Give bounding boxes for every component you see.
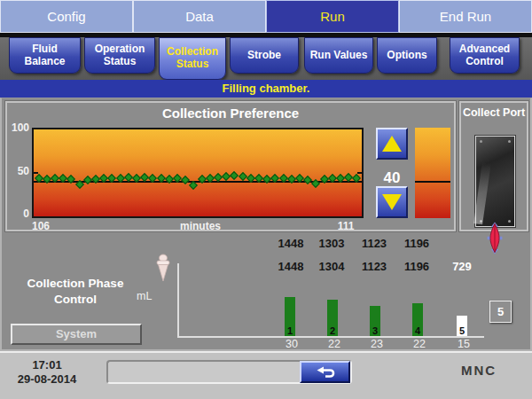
data-point	[230, 171, 239, 180]
status-message: Filling chamber.	[223, 82, 310, 95]
screw-icon	[508, 140, 511, 143]
down-arrow-icon	[382, 194, 402, 210]
bar-stage-2: 2	[327, 300, 338, 336]
subtab-fluid-balance[interactable]: Fluid Balance	[9, 37, 81, 74]
bar-stage-1: 1	[285, 297, 295, 336]
bar-number: 4	[412, 325, 423, 336]
subtab-advanced-control[interactable]: Advanced Control	[450, 37, 520, 74]
y-tick-100: 100	[8, 121, 29, 134]
stat-row1-col2: 1303	[311, 237, 352, 250]
x-end-label: 111	[328, 220, 364, 232]
bar-stage-5: 5	[457, 316, 467, 336]
decrease-preference-button[interactable]	[376, 186, 408, 218]
collect-port-panel: Collect Port	[459, 101, 528, 231]
up-arrow-icon	[382, 136, 402, 152]
screw-icon	[508, 220, 511, 223]
bar-tick-1: 30	[274, 338, 309, 350]
subtab-strobe[interactable]: Strobe	[230, 37, 299, 74]
main-content: Collection Preference 100 50 0 106 minut…	[0, 98, 532, 351]
subtab-operation-status[interactable]: Operation Status	[84, 37, 155, 74]
chamber-marker-icon	[484, 222, 505, 254]
bar-tick-5: 15	[446, 338, 481, 350]
bar-number: 5	[457, 325, 467, 336]
tab-config[interactable]: Config	[0, 0, 133, 33]
tab-end-run[interactable]: End Run	[399, 0, 532, 33]
bar-tick-4: 22	[402, 338, 437, 350]
tab-data[interactable]: Data	[133, 0, 266, 33]
sub-tab-bar: Fluid Balance Operation Status Collectio…	[0, 37, 532, 80]
y-tick-0: 0	[8, 207, 29, 220]
stat-row1-col3: 1123	[354, 237, 395, 250]
level-indicator-line	[415, 181, 450, 183]
preference-plot	[34, 129, 362, 216]
subtab-collection-status[interactable]: Collection Status	[159, 37, 226, 80]
bar-stage-3: 3	[370, 306, 380, 336]
bar-stage-4: 4	[412, 303, 423, 336]
subtab-run-values[interactable]: Run Values	[304, 37, 373, 74]
stat-row1-col4: 1196	[396, 237, 437, 250]
collection-preference-title: Collection Preference	[7, 106, 454, 121]
x-axis-label: minutes	[165, 220, 236, 232]
data-point	[181, 176, 190, 184]
ml-unit-label: mL	[137, 290, 167, 302]
bar-tick-2: 22	[317, 338, 352, 350]
tab-run[interactable]: Run	[266, 0, 399, 33]
x-start-label: 106	[32, 220, 50, 232]
data-point	[222, 172, 231, 181]
status-message-bar: Filling chamber.	[0, 80, 532, 98]
system-button[interactable]: System	[11, 324, 142, 345]
screw-icon	[480, 140, 482, 143]
procedure-type-label: MNC	[439, 363, 519, 378]
bar-number: 2	[327, 325, 338, 336]
collect-port-image	[475, 136, 515, 227]
y-tick-50: 50	[8, 165, 29, 177]
bar-number: 3	[370, 325, 380, 336]
collect-port-title: Collect Port	[461, 106, 527, 120]
collection-phase-section: 1448 1303 1123 1196 1448 1304 1123 1196 …	[2, 231, 530, 348]
preference-chart	[32, 128, 364, 218]
increase-preference-button[interactable]	[376, 128, 408, 160]
phase-control-title: Collection Phase Control	[9, 276, 142, 307]
bar-tick-3: 23	[359, 338, 395, 350]
return-button[interactable]	[300, 361, 350, 383]
return-arrow-icon	[314, 366, 337, 379]
preference-level-indicator	[415, 128, 450, 218]
collection-preference-panel: Collection Preference 100 50 0 106 minut…	[5, 101, 456, 231]
clock: 17:01 29-08-2014	[2, 358, 92, 387]
footer-bar: 17:01 29-08-2014 MNC	[0, 351, 532, 399]
time: 17:01	[2, 358, 92, 372]
page-5-button[interactable]: 5	[489, 301, 512, 323]
preference-value: 40	[372, 169, 411, 187]
stat-row1-col1: 1448	[270, 237, 311, 250]
data-point	[83, 176, 92, 184]
chamber-icon	[154, 253, 172, 285]
phase-bar-plot: 1 2 3 4 5	[177, 265, 484, 336]
reflection-highlight	[473, 162, 491, 225]
subtab-options[interactable]: Options	[377, 37, 437, 74]
bar-number: 1	[285, 325, 295, 336]
main-tab-bar: Config Data Run End Run	[0, 0, 532, 33]
date: 29-08-2014	[2, 372, 92, 387]
data-point	[239, 172, 247, 181]
